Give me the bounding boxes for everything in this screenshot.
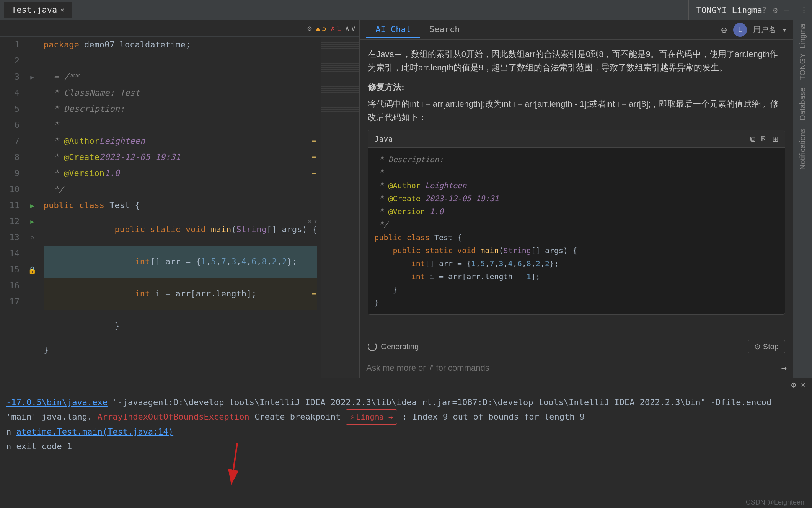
nav-arrows[interactable]: ∧ ∨ [345,24,355,33]
nav-up-icon[interactable]: ∧ [345,24,349,33]
cb-line-8: public static void main(String[] args) { [374,244,779,257]
disable-icon[interactable]: ⊘ [307,24,312,33]
tab-ai-chat[interactable]: AI Chat [366,21,420,38]
minimize-icon[interactable]: — [784,5,789,15]
minimap [321,37,359,378]
tab-search[interactable]: Search [420,21,469,38]
cb-line-10: int i = arr[arr.length - 1]; [374,270,779,283]
gutter-16 [24,278,40,294]
error-count: 1 [336,24,341,33]
stop-button[interactable]: ⊙ Stop [748,340,785,353]
code-line-1: package demo07_localdatetime; [44,37,317,53]
ai-header-icons: ⊕ L 用户名 ▾ [721,23,787,37]
settings-icon[interactable]: ⚙ [773,5,778,15]
code-block-body: * Description: * * @Author Leighteen * @… [368,148,785,314]
java-args-text: "-javaagent:D:\develop_tools\IntelliJ ID… [113,397,771,407]
right-sidebar: TONGYI Lingma Database Notifications [793,20,812,378]
ai-input[interactable] [366,363,777,373]
sidebar-database-label[interactable]: Database [798,88,807,120]
nav-down-icon[interactable]: ∨ [351,24,355,33]
bottom-toolbar: ⚙ × [0,378,812,391]
dropdown-icon[interactable]: ▾ [782,25,787,34]
java-exe-link[interactable]: -17.0.5\bin\java.exe [6,397,108,407]
cb-line-5: * @Version 1.0 [374,205,779,218]
exception-class: ArrayIndexOutOfBoundsException [97,412,249,422]
code-content[interactable]: package demo07_localdatetime; = /** * Cl… [40,37,321,378]
help-icon[interactable]: ? [761,5,766,15]
send-button[interactable]: → [781,363,787,373]
gutter-17 [24,294,40,310]
gutter-2 [24,53,40,69]
ai-message-1: 在Java中，数组的索引从0开始，因此数组arr的合法索引是0到8，而不能是9。… [368,47,785,74]
tab-test-java[interactable]: Test.java × [4,2,72,18]
cb-line-4: * @Create 2023-12-05 19:31 [374,192,779,205]
minimap-visual [321,37,359,113]
gutter-10 [24,181,40,197]
warning-count: 5 [322,24,326,33]
cb-line-1: * Description: [374,153,779,166]
main-layout: ⊘ ▲ 5 ✗ 1 ∧ ∨ 12345 678910 1112131415 16… [0,20,812,378]
gutter-bp-15[interactable]: 🔒 [24,262,40,278]
add-chat-icon[interactable]: ⊕ [721,24,727,36]
bottom-panel: ⚙ × -17.0.5\bin\java.exe "-javaagent:D:\… [0,378,812,508]
ai-fix-title: 修复方法: 将代码中的int i = arr[arr.length];改为int… [368,80,785,124]
code-line-11: public class Test { [44,197,317,213]
code-editor: 12345 678910 1112131415 1617 ▶ ▶ [0,37,359,378]
editor-toolbar: ⊘ ▲ 5 ✗ 1 ∧ ∨ [0,20,359,37]
code-line-16: } [44,342,317,358]
edit-icon[interactable]: ✎ [750,5,755,15]
tab-bar: Test.java × ⋮ TONGYI Lingma ✎ ? ⚙ — [0,0,812,20]
lingma-icon: ⚡ [350,410,354,423]
lingma-button[interactable]: ⚡ Lingma → [346,409,397,425]
stop-icon: ⊙ [754,342,761,351]
gutter-7 [24,133,40,149]
warnings-badge: ▲ 5 [316,24,326,33]
code-lang-label: Java [374,133,393,145]
tab-more-icon[interactable]: ⋮ [800,5,808,15]
ai-input-area: → [360,358,793,378]
bottom-line-2: 'main' java.lang. ArrayIndexOutOfBoundsE… [6,409,806,425]
code-block-header: Java ⧉ ⎘ ⊞ [368,130,785,148]
copy-icon[interactable]: ⎘ [761,133,766,145]
code-line-14: int i = arr[arr.length]; [44,278,317,310]
code-line-3: = /** [44,69,317,85]
tab-close-icon[interactable]: × [60,6,64,14]
cb-line-7: public class Test { [374,231,779,244]
sidebar-tongyi-label[interactable]: TONGYI Lingma [798,24,807,80]
bottom-close-icon[interactable]: × [801,380,806,389]
fold-icon-3[interactable]: ▶ [30,73,34,81]
generating-bar: Generating ⊙ Stop [360,335,793,358]
ai-panel: AI Chat Search ⊕ L 用户名 ▾ 在Java中，数组的索引从0开… [360,20,793,378]
bottom-settings-icon[interactable]: ⚙ [791,380,796,389]
gutter-9 [24,165,40,181]
loading-icon [368,342,377,351]
code-line-6: * [44,117,317,133]
code-block: Java ⧉ ⎘ ⊞ * Description: * * @Author Le… [368,130,785,315]
gutter-13: ⚙ [24,230,40,246]
gutter-run-11[interactable]: ▶ [24,197,40,213]
cb-line-12: } [374,296,779,309]
insert-icon[interactable]: ⊞ [772,133,779,145]
stop-label: Stop [763,342,779,351]
errors-badge: ✗ 1 [330,24,341,33]
code-line-5: * Description: [44,101,317,117]
bottom-content: -17.0.5\bin\java.exe "-javaagent:D:\deve… [0,391,812,457]
editor-area: ⊘ ▲ 5 ✗ 1 ∧ ∨ 12345 678910 1112131415 16… [0,20,360,378]
code-block-actions: ⧉ ⎘ ⊞ [750,133,779,145]
cb-line-2: * [374,166,779,179]
code-line-7: * @Author Leighteen [44,133,317,149]
exception-prefix: 'main' java.lang. [6,412,92,422]
cb-line-9: int[] arr = {1,5,7,3,4,6,8,2,2}; [374,257,779,270]
bottom-footer: CSDN @Leighteen [746,497,804,508]
code-line-9: * @Version 1.0 [44,165,317,181]
sidebar-notifications-label[interactable]: Notifications [798,128,807,170]
split-view-icon[interactable]: ⧉ [750,133,755,145]
gutter-6 [24,117,40,133]
gutter-12: ▶ [24,213,40,230]
gutter-1 [24,37,40,53]
ai-messages: 在Java中，数组的索引从0开始，因此数组arr的合法索引是0到8，而不能是9。… [360,40,793,335]
stack-trace-link[interactable]: atetime.Test.main(Test.java:14) [16,427,174,436]
stack-prefix: n [6,427,11,436]
username: 用户名 [753,24,776,35]
cb-line-11: } [374,283,779,296]
